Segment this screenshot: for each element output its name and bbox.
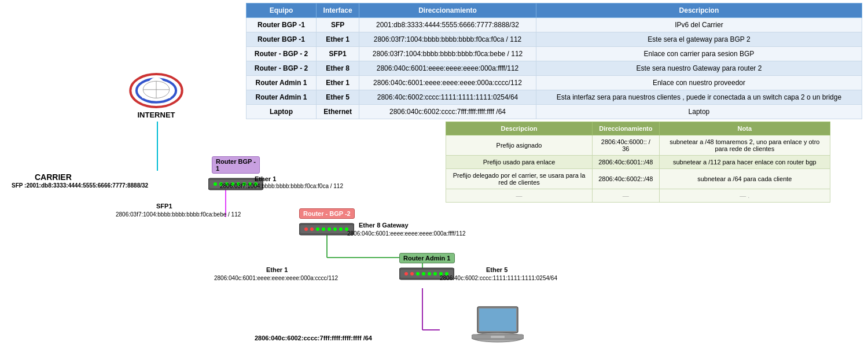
table-cell-direccionamiento: 2806:03f7:1004:bbbb:bbbb:bbbb:f0ca:bebe … [359, 47, 536, 61]
svg-point-31 [322, 227, 325, 231]
svg-point-43 [433, 272, 437, 275]
table-cell-descripcion: Este sera el gateway para BGP 2 [536, 32, 862, 47]
table-cell-equipo: Router Admin 1 [247, 90, 317, 105]
table-cell-interface: Ether 8 [317, 61, 359, 76]
admin1-ether1: Ether 1 [266, 266, 288, 273]
svg-point-32 [328, 227, 331, 231]
second-cell-dir: — [593, 189, 660, 203]
table-cell-descripcion: Este sera nuestro Gateway para router 2 [536, 61, 862, 76]
table-cell-direccionamiento: 2806:03f7:1004:bbbb:bbbb:bbbb:f0ca:f0ca … [359, 32, 536, 47]
table-cell-interface: SFP1 [317, 47, 359, 61]
internet-cloud: INTERNET [119, 69, 194, 122]
table-cell-interface: Ether 5 [317, 90, 359, 105]
table-cell-equipo: Router BGP -1 [247, 32, 317, 47]
router-bgp2-sfp-addr: 2806:03f7:1004:bbbb:bbbb:bbbb:f0ca:bebe … [116, 211, 241, 218]
svg-point-29 [310, 227, 314, 231]
svg-point-34 [339, 227, 343, 231]
svg-point-39 [410, 272, 414, 275]
table-row: Router Admin 1Ether 12806:040c:6001:eeee… [247, 76, 862, 90]
svg-rect-47 [479, 308, 516, 331]
router-bgp1-addr: 2806:03f7:1004:bbbb:bbbb:bbbb:f0ca:f0ca … [220, 183, 343, 189]
table-row: LaptopEthernet2806:040c:6002:cccc:7fff:f… [247, 105, 862, 119]
col2-direccionamiento: Direccionamiento [593, 122, 660, 135]
router-bgp2-label: Router - BGP -2 [299, 208, 355, 219]
admin1-addr2: 2806:40c:6002:cccc:1111:1111:1111:0254/6… [440, 275, 557, 281]
carrier-sfp: SFP :2001:db8:3333:4444:5555:6666:7777:8… [12, 182, 148, 189]
svg-point-28 [304, 227, 308, 231]
second-cell-nota: subnetear a /112 para hacer enlace con r… [659, 156, 830, 169]
router-admin1-label: Router Admin 1 [399, 253, 455, 263]
second-cell-desc: Prefijo delegado por el carrier, se usar… [446, 169, 593, 189]
table-cell-direccionamiento: 2806:040c:6002:cccc:7fff:ffff:ffff:ffff … [359, 105, 536, 119]
col2-descripcion: Descripcion [446, 122, 593, 135]
admin1-ether5: Ether 5 [486, 266, 507, 273]
svg-point-38 [404, 272, 408, 275]
table-cell-equipo: Laptop [247, 105, 317, 119]
table-cell-interface: Ether 1 [317, 76, 359, 90]
second-table-row: ——— . [446, 189, 830, 203]
table-cell-descripcion: Laptop [536, 105, 862, 119]
table-cell-descripcion: Esta interfaz sera para nuestros cliente… [536, 90, 862, 105]
second-cell-nota: subnetear a /64 para cada cliente [659, 169, 830, 189]
second-cell-dir: 2806:40c:6000:: / 36 [593, 135, 660, 156]
laptop-icon [472, 304, 524, 347]
second-cell-dir: 2806:40c:6001::/48 [593, 156, 660, 169]
router-bgp1-label: Router BGP -1 [212, 156, 260, 174]
table-cell-equipo: Router - BGP - 2 [247, 61, 317, 76]
table-cell-equipo: Router BGP -1 [247, 18, 317, 32]
table-cell-equipo: Router Admin 1 [247, 76, 317, 90]
router-bgp2: Router - BGP -2 [299, 208, 355, 238]
table-cell-descripcion: Enlace con nuestro proveedor [536, 76, 862, 90]
col-interface: Interface [317, 3, 359, 18]
second-table-row: Prefijo asignado2806:40c:6000:: / 36subn… [446, 135, 830, 156]
table-row: Router - BGP - 2SFP12806:03f7:1004:bbbb:… [247, 47, 862, 61]
admin1-addr1: 2806:040c:6001:eeee:eeee:eeee:000a:cccc/… [214, 275, 338, 281]
table-cell-direccionamiento: 2001:db8:3333:4444:5555:6666:7777:8888/3… [359, 18, 536, 32]
col-descripcion: Descripcion [536, 3, 862, 18]
router-bgp1-ether1: Ether 1 [255, 175, 276, 182]
svg-point-40 [416, 272, 420, 275]
table-cell-direccionamiento: 2806:040c:6001:eeee:eeee:eeee:000a:ffff/… [359, 61, 536, 76]
second-cell-nota: — . [659, 189, 830, 203]
table-cell-descripcion: IPv6 del Carrier [536, 18, 862, 32]
main-table: Equipo Interface Direccionamiento Descri… [246, 3, 862, 119]
cloud-icon [127, 72, 185, 109]
router-bgp2-icon [299, 221, 354, 238]
table-row: Router - BGP - 2Ether 82806:040c:6001:ee… [247, 61, 862, 76]
table-cell-interface: SFP [317, 18, 359, 32]
second-cell-desc: — [446, 189, 593, 203]
col-direccionamiento: Direccionamiento [359, 3, 536, 18]
carrier-label: CARRIER [35, 172, 72, 182]
internet-label: INTERNET [138, 111, 175, 119]
table-cell-equipo: Router - BGP - 2 [247, 47, 317, 61]
svg-point-41 [422, 272, 425, 275]
svg-point-18 [214, 182, 217, 186]
laptop-addr: 2806:040c:6002:cccc:7fff:ffff:ffff:ffff … [255, 335, 372, 341]
svg-point-30 [316, 227, 319, 231]
svg-point-42 [428, 272, 431, 275]
router-bgp2-addr2: 2806:040c:6001:eeee:eeee:eeee:000a:ffff/… [347, 230, 466, 237]
router-bgp2-ether8: Ether 8 Gateway [359, 222, 409, 229]
second-cell-nota: subnetear a /48 tomaremos 2, uno para en… [659, 135, 830, 156]
table-row: Router BGP -1SFP2001:db8:3333:4444:5555:… [247, 18, 862, 32]
second-cell-desc: Prefijo asignado [446, 135, 593, 156]
second-cell-dir: 2806:40c:6002::/48 [593, 169, 660, 189]
table-row: Router Admin 1Ether 52806:40c:6002:cccc:… [247, 90, 862, 105]
second-table-row: Prefijo delegado por el carrier, se usar… [446, 169, 830, 189]
second-table: Descripcion Direccionamiento Nota Prefij… [446, 122, 830, 203]
table-cell-interface: Ethernet [317, 105, 359, 119]
svg-rect-50 [491, 336, 505, 338]
second-cell-desc: Prefijo usado para enlace [446, 156, 593, 169]
second-table-row: Prefijo usado para enlace2806:40c:6001::… [446, 156, 830, 169]
svg-point-33 [333, 227, 337, 231]
laptop-svg [472, 304, 524, 344]
col-equipo: Equipo [247, 3, 317, 18]
col2-nota: Nota [659, 122, 830, 135]
table-cell-direccionamiento: 2806:40c:6002:cccc:1111:1111:1111:0254/6… [359, 90, 536, 105]
table-cell-interface: Ether 1 [317, 32, 359, 47]
router-bgp2-sfp: SFP1 [156, 203, 172, 210]
table-cell-descripcion: Enlace con carrier para sesion BGP [536, 47, 862, 61]
table-row: Router BGP -1Ether 12806:03f7:1004:bbbb:… [247, 32, 862, 47]
table-cell-direccionamiento: 2806:040c:6001:eeee:eeee:eeee:000a:cccc/… [359, 76, 536, 90]
